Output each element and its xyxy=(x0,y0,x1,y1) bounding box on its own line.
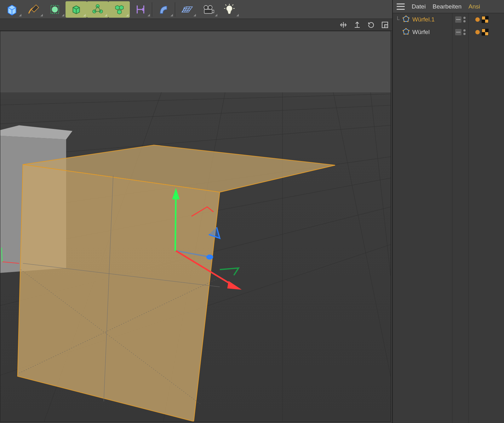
svg-point-61 xyxy=(407,21,409,22)
object-tree[interactable]: └ Würfel.1 Würfel xyxy=(393,13,452,423)
svg-point-65 xyxy=(405,28,407,29)
svg-point-59 xyxy=(405,15,407,17)
svg-rect-18 xyxy=(204,9,212,14)
tool-guide[interactable] xyxy=(130,1,151,18)
submenu-indicator-icon xyxy=(215,14,217,16)
submenu-indicator-icon xyxy=(170,14,173,16)
tool-atom-array[interactable] xyxy=(87,1,108,18)
display-tag-icon[interactable] xyxy=(475,30,480,34)
svg-point-63 xyxy=(403,17,404,19)
tool-floor[interactable] xyxy=(176,1,197,18)
tags-column xyxy=(468,13,495,423)
svg-point-67 xyxy=(407,33,409,35)
svg-marker-57 xyxy=(227,281,242,290)
svg-point-69 xyxy=(403,30,404,31)
submenu-indicator-icon xyxy=(236,14,239,16)
tool-cloner[interactable] xyxy=(108,1,130,18)
svg-rect-27 xyxy=(385,25,388,28)
tree-branch-icon: └ xyxy=(395,16,400,23)
polygon-object-icon xyxy=(402,15,410,24)
viewport-orbit-icon[interactable] xyxy=(367,21,375,29)
submenu-indicator-icon xyxy=(147,14,150,16)
toolbar-separator xyxy=(152,2,152,17)
scene-render xyxy=(0,31,391,421)
tool-spline-pen[interactable] xyxy=(23,1,44,18)
submenu-indicator-icon xyxy=(62,14,64,16)
submenu-indicator-icon xyxy=(83,14,86,16)
submenu-indicator-icon xyxy=(19,14,21,16)
svg-point-17 xyxy=(208,5,212,9)
viewport-dolly-icon[interactable] xyxy=(353,21,361,29)
svg-rect-19 xyxy=(212,10,214,13)
svg-rect-71 xyxy=(482,16,485,20)
object-name[interactable]: Würfel xyxy=(412,29,430,36)
svg-point-66 xyxy=(408,30,410,31)
svg-point-68 xyxy=(404,33,405,35)
visibility-dots[interactable] xyxy=(463,17,466,22)
svg-point-1 xyxy=(52,6,58,12)
svg-marker-64 xyxy=(403,29,409,34)
submenu-indicator-icon xyxy=(193,14,196,16)
texture-tag-icon[interactable] xyxy=(482,16,489,23)
svg-rect-40 xyxy=(0,31,391,92)
submenu-indicator-icon xyxy=(126,14,129,16)
menu-file[interactable]: Datei xyxy=(412,3,426,10)
tool-light[interactable] xyxy=(219,1,240,18)
polygon-object-icon xyxy=(402,28,410,37)
svg-line-28 xyxy=(0,94,391,106)
tool-subdivision-surface[interactable] xyxy=(44,1,66,18)
svg-point-60 xyxy=(408,17,410,19)
svg-line-29 xyxy=(0,105,391,125)
viewport-maximize-icon[interactable] xyxy=(381,21,389,29)
layer-chip[interactable] xyxy=(455,29,461,35)
tree-branch-icon xyxy=(395,29,400,36)
viewport-3d[interactable]: andardkamera ●● xyxy=(0,31,391,422)
object-selected-cube[interactable] xyxy=(18,145,335,421)
svg-line-25 xyxy=(232,4,233,5)
main-toolbar xyxy=(0,0,392,19)
texture-tag-icon[interactable] xyxy=(482,29,489,36)
svg-marker-58 xyxy=(403,16,409,21)
menu-edit[interactable]: Bearbeiten xyxy=(432,3,461,10)
object-manager-panel: Datei Bearbeiten Ansi └ Würfel.1 xyxy=(392,0,504,423)
toolbar-separator xyxy=(175,2,175,17)
visibility-dots[interactable] xyxy=(463,29,466,35)
svg-rect-72 xyxy=(485,20,488,23)
svg-marker-44 xyxy=(18,165,220,421)
layer-column xyxy=(452,13,468,423)
tool-cube-primitive[interactable] xyxy=(1,1,23,18)
tool-extrude-generator[interactable] xyxy=(66,1,87,18)
layer-chip[interactable] xyxy=(455,16,461,23)
object-row-0[interactable]: └ Würfel.1 xyxy=(393,13,452,26)
svg-point-62 xyxy=(404,21,405,22)
viewport-pan-icon[interactable] xyxy=(339,21,347,29)
tool-camera[interactable] xyxy=(197,1,219,18)
svg-point-20 xyxy=(227,6,232,11)
svg-line-38 xyxy=(333,89,391,376)
object-manager-menu: Datei Bearbeiten Ansi xyxy=(393,0,504,13)
svg-rect-75 xyxy=(485,32,488,35)
svg-line-24 xyxy=(225,4,226,5)
object-row-1[interactable]: Würfel xyxy=(393,26,452,38)
panel-menu-icon[interactable] xyxy=(397,3,405,10)
svg-rect-74 xyxy=(482,29,485,32)
submenu-indicator-icon xyxy=(40,14,43,16)
svg-line-13 xyxy=(182,7,184,12)
svg-point-16 xyxy=(204,5,208,9)
display-tag-icon[interactable] xyxy=(475,17,480,22)
svg-point-55 xyxy=(206,255,213,260)
submenu-indicator-icon xyxy=(105,14,107,16)
viewport-header xyxy=(0,19,392,31)
menu-view[interactable]: Ansi xyxy=(468,3,480,10)
object-name[interactable]: Würfel.1 xyxy=(412,16,435,23)
tool-bend-deformer[interactable] xyxy=(153,1,174,18)
svg-line-52 xyxy=(175,194,176,251)
